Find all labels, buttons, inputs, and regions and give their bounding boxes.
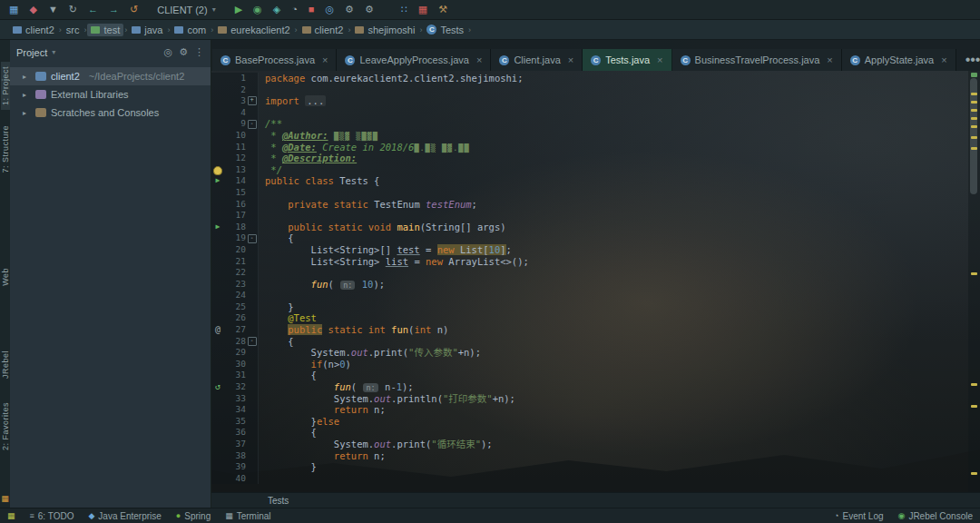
intention-bulb-icon[interactable]	[211, 164, 224, 176]
tab-leaveapplyprocess-java[interactable]: CLeaveApplyProcess.java×	[337, 49, 491, 71]
code-text[interactable]: fun( n: 10);	[259, 279, 385, 291]
statusbar-jrebel-console[interactable]: ◉JRebel Console	[898, 511, 973, 521]
settings-icon[interactable]: ⚙	[179, 46, 188, 57]
profiler-icon[interactable]: ◔	[291, 5, 298, 15]
line-number[interactable]: 36	[224, 427, 246, 439]
stop-icon[interactable]: ■	[309, 5, 315, 15]
tab-overflow[interactable]: •••4	[956, 49, 980, 71]
search-everywhere-icon[interactable]: ◎	[326, 5, 335, 15]
run-icon[interactable]: ▶	[235, 5, 242, 15]
fold-marker[interactable]: +	[246, 95, 259, 107]
code-text[interactable]: return n;	[259, 404, 386, 416]
line-number[interactable]: 35	[224, 416, 246, 428]
code-text[interactable]: import ...	[259, 95, 326, 107]
code-text[interactable]: package com.eurekaclient2.client2.shejim…	[259, 73, 523, 84]
code-text[interactable]: }	[259, 301, 294, 313]
line-number[interactable]: 40	[224, 473, 246, 485]
line-number[interactable]: 1	[224, 73, 246, 84]
tree-item-client2[interactable]: ▸client2~/IdeaProjects/client2	[10, 67, 211, 85]
line-number[interactable]: 37	[224, 439, 246, 450]
line-number[interactable]: 32	[224, 381, 246, 393]
breadcrumb-item-client2[interactable]: client2	[9, 24, 58, 36]
line-number[interactable]: 11	[224, 142, 246, 153]
tree-item-external-libraries[interactable]: ▸External Libraries	[10, 85, 211, 104]
settings-icon[interactable]: ⚙	[345, 5, 354, 15]
breadcrumb-item-src[interactable]: src	[63, 24, 83, 36]
toolwindow-button-1-project[interactable]: 1: Project	[1, 62, 10, 110]
tab-applystate-java[interactable]: CApplyState.java×	[842, 49, 956, 71]
more-tabs-icon[interactable]: •••	[965, 52, 980, 68]
coverage-icon[interactable]: ◈	[273, 5, 280, 15]
line-number[interactable]: 23	[224, 279, 246, 291]
debug-icon[interactable]: ◉	[253, 5, 262, 15]
line-number[interactable]: 33	[224, 393, 246, 405]
run-method-icon[interactable]: ▶	[211, 222, 224, 233]
code-area[interactable]: 1package com.eurekaclient2.client2.sheji…	[211, 71, 968, 492]
line-number[interactable]: 14	[224, 175, 246, 187]
toolwindow-button-web[interactable]: Web	[1, 263, 10, 291]
code-text[interactable]: * @Author: █▒▓ ▒█▓█	[259, 130, 378, 142]
line-number[interactable]: 21	[224, 256, 246, 268]
code-text[interactable]: public class Tests {	[259, 175, 379, 187]
code-text[interactable]: */	[259, 164, 282, 176]
sync-icon[interactable]: ↻	[69, 5, 77, 15]
code-text[interactable]: * @Date: Create in 2018/6█.█▒ █▓.██	[259, 142, 470, 153]
build-hammer-icon[interactable]: ⚒	[438, 5, 447, 15]
breadcrumb-item-shejimoshi[interactable]: shejimoshi	[351, 24, 418, 36]
statusbar-event-log[interactable]: ◔Event Log	[834, 511, 883, 521]
code-text[interactable]: {	[259, 427, 317, 439]
line-number[interactable]: 2	[224, 84, 246, 96]
expand-caret[interactable]: ▸	[23, 73, 31, 81]
line-number[interactable]: 38	[224, 450, 246, 462]
code-text[interactable]: if(n>0)	[259, 359, 351, 370]
breadcrumb-item-tests[interactable]: CTests	[423, 24, 467, 36]
undo-icon[interactable]: ↺	[130, 5, 138, 15]
code-text[interactable]	[259, 84, 265, 96]
code-text[interactable]: List<String>[] test = new List[10];	[259, 244, 512, 256]
back-icon[interactable]: ←	[88, 5, 98, 15]
close-icon[interactable]: ×	[476, 54, 482, 65]
fold-marker[interactable]: -	[246, 232, 259, 244]
open-icon[interactable]: ◆	[29, 5, 36, 15]
code-text[interactable]: System.out.print("传入参数"+n);	[259, 347, 481, 359]
recursive-call-icon[interactable]: ↺	[211, 381, 224, 393]
line-number[interactable]: 13	[224, 164, 246, 176]
memory-widget-icon[interactable]: ▦	[7, 511, 15, 520]
line-number[interactable]: 30	[224, 359, 246, 370]
save-all-icon[interactable]: ▼	[48, 5, 58, 15]
code-text[interactable]: System.out.println("打印参数"+n);	[259, 393, 515, 405]
fold-marker[interactable]: -	[246, 336, 259, 348]
plugin-settings-icon[interactable]: ⚙	[365, 5, 374, 15]
line-number[interactable]: 10	[224, 130, 246, 142]
line-number[interactable]: 28	[224, 336, 246, 348]
line-number[interactable]: 24	[224, 290, 246, 301]
line-number[interactable]: 39	[224, 461, 246, 473]
tree-item-scratches-and-consoles[interactable]: ▸Scratches and Consoles	[10, 104, 211, 122]
line-number[interactable]: 26	[224, 312, 246, 324]
line-number[interactable]: 31	[224, 370, 246, 381]
line-number[interactable]: 16	[224, 199, 246, 211]
chevron-down-icon[interactable]: ▾	[52, 48, 55, 56]
more-options-icon[interactable]: ⋮	[194, 46, 204, 57]
close-icon[interactable]: ×	[322, 54, 328, 65]
forward-icon[interactable]: →	[109, 5, 119, 15]
code-text[interactable]: fun( n: n-1);	[259, 381, 414, 393]
code-text[interactable]: System.out.print("循环结束");	[259, 439, 493, 450]
tab-businesstravelprocess-java[interactable]: CBusinessTravelProcess.java×	[672, 49, 842, 71]
breadcrumb-item-com[interactable]: com	[171, 24, 210, 36]
tab-client-java[interactable]: CClient.java×	[491, 49, 583, 71]
tab-tests-java[interactable]: CTests.java×	[583, 49, 671, 71]
line-number[interactable]: 3	[224, 95, 246, 107]
line-number[interactable]: 34	[224, 404, 246, 416]
line-number[interactable]: 19	[224, 232, 246, 244]
editor[interactable]: 1package com.eurekaclient2.client2.sheji…	[211, 71, 980, 492]
annotation-gutter-icon[interactable]: @	[211, 324, 224, 336]
statusbar-terminal[interactable]: ▦Terminal	[225, 511, 270, 521]
line-number[interactable]: 18	[224, 222, 246, 233]
project-icon[interactable]: ▦	[9, 5, 18, 15]
toolwindow-button-2-favorites[interactable]: 2: Favorites	[1, 398, 10, 455]
toolwindow-button-jrebel[interactable]: JRebel	[1, 346, 10, 383]
fold-marker[interactable]: -	[246, 118, 259, 130]
run-config-selector[interactable]: CLIENT (2) ▾	[151, 4, 221, 16]
line-number[interactable]: 15	[224, 187, 246, 199]
